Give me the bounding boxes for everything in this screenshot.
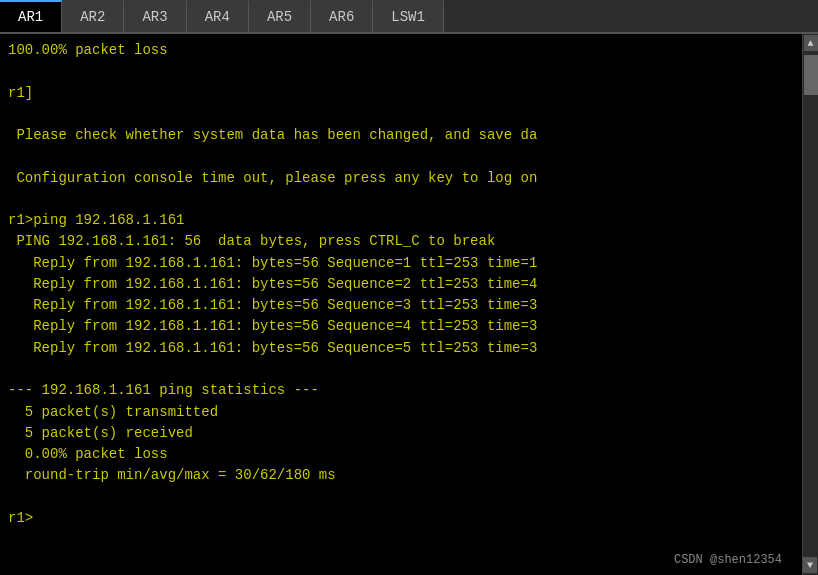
tab-ar6[interactable]: AR6 — [311, 0, 373, 32]
terminal-wrapper: 100.00% packet loss r1] Please check whe… — [0, 34, 818, 575]
tab-ar2[interactable]: AR2 — [62, 0, 124, 32]
app-container: AR1AR2AR3AR4AR5AR6LSW1 100.00% packet lo… — [0, 0, 818, 575]
terminal[interactable]: 100.00% packet loss r1] Please check whe… — [0, 34, 802, 575]
watermark: CSDN @shen12354 — [674, 551, 782, 569]
tab-ar4[interactable]: AR4 — [187, 0, 249, 32]
scrollbar-up-button[interactable]: ▲ — [804, 35, 818, 51]
scrollbar-down-button[interactable]: ▼ — [803, 557, 817, 573]
scrollbar-thumb[interactable] — [804, 55, 818, 95]
tab-ar5[interactable]: AR5 — [249, 0, 311, 32]
tab-bar: AR1AR2AR3AR4AR5AR6LSW1 — [0, 0, 818, 34]
scrollbar[interactable]: ▲ ▼ — [802, 34, 818, 575]
tab-ar1[interactable]: AR1 — [0, 0, 62, 32]
terminal-output: 100.00% packet loss r1] Please check whe… — [8, 40, 794, 529]
tab-lsw1[interactable]: LSW1 — [373, 0, 444, 32]
tab-ar3[interactable]: AR3 — [124, 0, 186, 32]
